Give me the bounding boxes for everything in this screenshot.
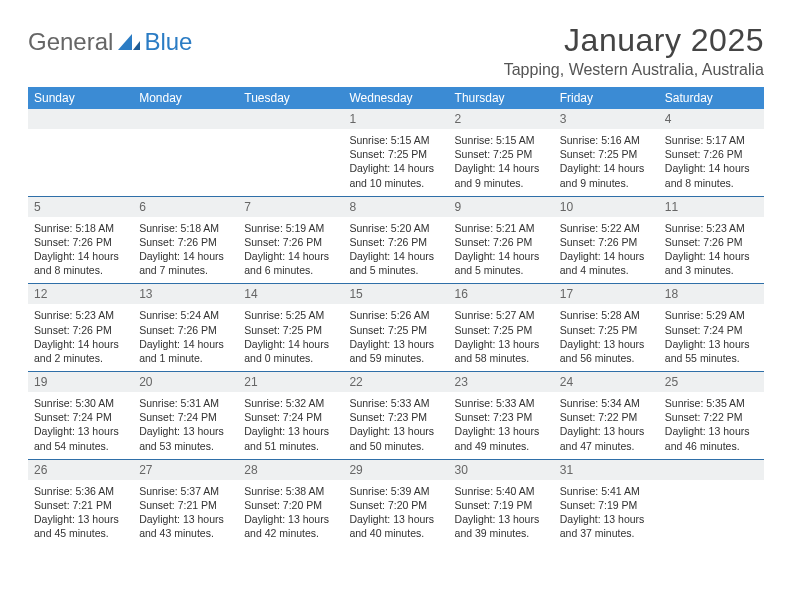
daylight-text: Daylight: 14 hours	[244, 337, 337, 351]
daylight-text: and 59 minutes.	[349, 351, 442, 365]
sunrise-text: Sunrise: 5:35 AM	[665, 396, 758, 410]
day-detail-cell: Sunrise: 5:15 AMSunset: 7:25 PMDaylight:…	[343, 129, 448, 196]
sunrise-text: Sunrise: 5:27 AM	[455, 308, 548, 322]
day-number-cell: 2	[449, 109, 554, 129]
sunrise-text: Sunrise: 5:38 AM	[244, 484, 337, 498]
sunset-text: Sunset: 7:19 PM	[560, 498, 653, 512]
day-number-cell: 30	[449, 459, 554, 480]
day-detail-cell	[659, 480, 764, 547]
day-detail-cell: Sunrise: 5:38 AMSunset: 7:20 PMDaylight:…	[238, 480, 343, 547]
daylight-text: Daylight: 14 hours	[455, 161, 548, 175]
day-number-row: 262728293031	[28, 459, 764, 480]
daylight-text: and 4 minutes.	[560, 263, 653, 277]
weekday-header: Monday	[133, 87, 238, 109]
day-number-cell: 19	[28, 372, 133, 393]
day-detail-cell: Sunrise: 5:31 AMSunset: 7:24 PMDaylight:…	[133, 392, 238, 459]
weekday-header: Wednesday	[343, 87, 448, 109]
sunset-text: Sunset: 7:24 PM	[139, 410, 232, 424]
day-number-cell: 20	[133, 372, 238, 393]
day-detail-cell: Sunrise: 5:33 AMSunset: 7:23 PMDaylight:…	[343, 392, 448, 459]
daylight-text: and 47 minutes.	[560, 439, 653, 453]
day-detail-row: Sunrise: 5:23 AMSunset: 7:26 PMDaylight:…	[28, 304, 764, 371]
daylight-text: and 56 minutes.	[560, 351, 653, 365]
daylight-text: and 6 minutes.	[244, 263, 337, 277]
daylight-text: Daylight: 13 hours	[139, 512, 232, 526]
svg-marker-1	[133, 41, 140, 50]
sunrise-text: Sunrise: 5:22 AM	[560, 221, 653, 235]
daylight-text: Daylight: 13 hours	[455, 512, 548, 526]
day-number-row: 567891011	[28, 196, 764, 217]
daylight-text: and 53 minutes.	[139, 439, 232, 453]
daylight-text: and 1 minute.	[139, 351, 232, 365]
sunrise-text: Sunrise: 5:15 AM	[455, 133, 548, 147]
sunset-text: Sunset: 7:25 PM	[560, 323, 653, 337]
day-number-cell: 25	[659, 372, 764, 393]
sunrise-text: Sunrise: 5:23 AM	[34, 308, 127, 322]
day-number-cell	[659, 459, 764, 480]
day-detail-cell: Sunrise: 5:24 AMSunset: 7:26 PMDaylight:…	[133, 304, 238, 371]
day-number-cell: 12	[28, 284, 133, 305]
daylight-text: and 37 minutes.	[560, 526, 653, 540]
sunset-text: Sunset: 7:24 PM	[665, 323, 758, 337]
daylight-text: and 49 minutes.	[455, 439, 548, 453]
day-number-cell	[238, 109, 343, 129]
sunrise-text: Sunrise: 5:23 AM	[665, 221, 758, 235]
sunrise-text: Sunrise: 5:19 AM	[244, 221, 337, 235]
day-number-cell: 11	[659, 196, 764, 217]
daylight-text: and 40 minutes.	[349, 526, 442, 540]
sunset-text: Sunset: 7:19 PM	[455, 498, 548, 512]
day-detail-cell	[28, 129, 133, 196]
daylight-text: Daylight: 14 hours	[665, 249, 758, 263]
day-number-cell: 16	[449, 284, 554, 305]
day-number-cell: 27	[133, 459, 238, 480]
day-number-row: 1234	[28, 109, 764, 129]
daylight-text: and 9 minutes.	[560, 176, 653, 190]
day-number-cell: 10	[554, 196, 659, 217]
day-number-cell: 1	[343, 109, 448, 129]
sunrise-text: Sunrise: 5:26 AM	[349, 308, 442, 322]
daylight-text: Daylight: 13 hours	[139, 424, 232, 438]
day-detail-cell: Sunrise: 5:22 AMSunset: 7:26 PMDaylight:…	[554, 217, 659, 284]
daylight-text: Daylight: 14 hours	[349, 249, 442, 263]
sunrise-text: Sunrise: 5:20 AM	[349, 221, 442, 235]
sunrise-text: Sunrise: 5:34 AM	[560, 396, 653, 410]
day-detail-cell: Sunrise: 5:35 AMSunset: 7:22 PMDaylight:…	[659, 392, 764, 459]
sunset-text: Sunset: 7:25 PM	[349, 147, 442, 161]
sunset-text: Sunset: 7:26 PM	[139, 235, 232, 249]
daylight-text: and 46 minutes.	[665, 439, 758, 453]
sunset-text: Sunset: 7:20 PM	[349, 498, 442, 512]
sunrise-text: Sunrise: 5:18 AM	[139, 221, 232, 235]
daylight-text: and 5 minutes.	[455, 263, 548, 277]
day-number-cell: 14	[238, 284, 343, 305]
day-detail-cell: Sunrise: 5:37 AMSunset: 7:21 PMDaylight:…	[133, 480, 238, 547]
daylight-text: Daylight: 13 hours	[665, 337, 758, 351]
day-detail-cell: Sunrise: 5:41 AMSunset: 7:19 PMDaylight:…	[554, 480, 659, 547]
day-number-cell: 17	[554, 284, 659, 305]
day-detail-cell	[133, 129, 238, 196]
sunset-text: Sunset: 7:26 PM	[665, 235, 758, 249]
sunrise-text: Sunrise: 5:21 AM	[455, 221, 548, 235]
svg-marker-0	[118, 34, 132, 50]
daylight-text: Daylight: 13 hours	[349, 337, 442, 351]
day-detail-cell: Sunrise: 5:30 AMSunset: 7:24 PMDaylight:…	[28, 392, 133, 459]
daylight-text: and 3 minutes.	[665, 263, 758, 277]
daylight-text: and 2 minutes.	[34, 351, 127, 365]
day-detail-cell: Sunrise: 5:23 AMSunset: 7:26 PMDaylight:…	[28, 304, 133, 371]
daylight-text: Daylight: 13 hours	[244, 512, 337, 526]
day-detail-row: Sunrise: 5:15 AMSunset: 7:25 PMDaylight:…	[28, 129, 764, 196]
weekday-header: Tuesday	[238, 87, 343, 109]
title-block: January 2025 Tapping, Western Australia,…	[504, 22, 764, 79]
day-detail-cell: Sunrise: 5:28 AMSunset: 7:25 PMDaylight:…	[554, 304, 659, 371]
day-number-cell: 15	[343, 284, 448, 305]
sunrise-text: Sunrise: 5:40 AM	[455, 484, 548, 498]
sunrise-text: Sunrise: 5:24 AM	[139, 308, 232, 322]
daylight-text: and 8 minutes.	[665, 176, 758, 190]
sunset-text: Sunset: 7:20 PM	[244, 498, 337, 512]
logo: GeneralBlue	[28, 22, 192, 56]
weekday-header: Thursday	[449, 87, 554, 109]
day-detail-cell	[238, 129, 343, 196]
daylight-text: Daylight: 13 hours	[560, 512, 653, 526]
daylight-text: Daylight: 14 hours	[139, 249, 232, 263]
sunrise-text: Sunrise: 5:39 AM	[349, 484, 442, 498]
day-detail-cell: Sunrise: 5:20 AMSunset: 7:26 PMDaylight:…	[343, 217, 448, 284]
